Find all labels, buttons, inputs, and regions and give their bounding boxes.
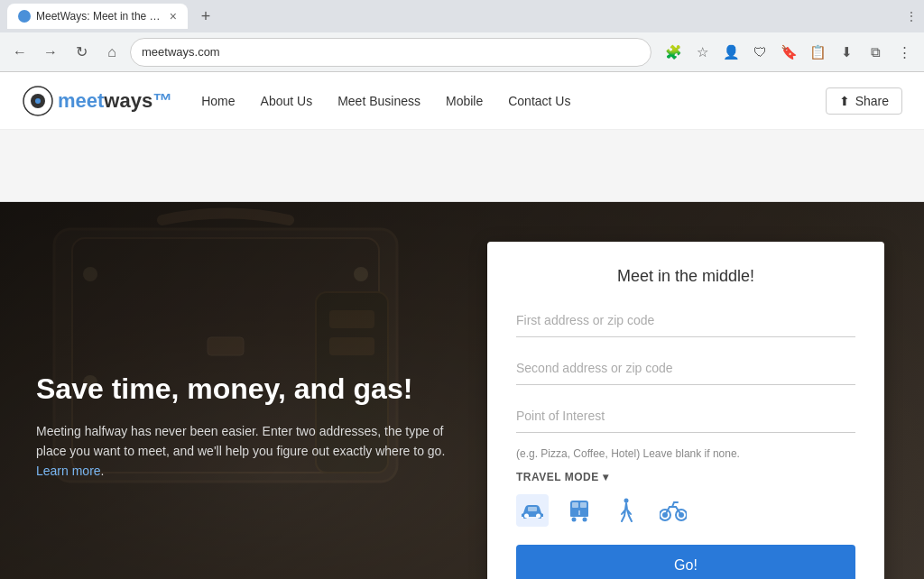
- reading-list-icon[interactable]: 📋: [805, 40, 830, 65]
- reload-button[interactable]: ↻: [69, 40, 94, 65]
- share-button[interactable]: ⬆ Share: [826, 87, 902, 115]
- browser-titlebar: MeetWays: Meet in the Midd... × + ⋮: [0, 0, 924, 32]
- browser-tab[interactable]: MeetWays: Meet in the Midd... ×: [7, 4, 188, 29]
- hero-text: Save time, money, and gas! Meeting halfw…: [36, 372, 451, 482]
- address1-input[interactable]: [516, 304, 855, 337]
- svg-point-21: [572, 518, 577, 522]
- learn-more-link[interactable]: Learn more: [36, 464, 101, 478]
- svg-rect-19: [580, 502, 587, 508]
- travel-mode-dropdown[interactable]: TRAVEL MODE ▾: [516, 471, 855, 483]
- nav-mobile[interactable]: Mobile: [446, 94, 483, 108]
- grey-banner: [0, 130, 924, 202]
- poi-input[interactable]: [516, 400, 855, 433]
- extensions-icon[interactable]: 🧩: [661, 40, 686, 65]
- tab-title: MeetWays: Meet in the Midd...: [36, 10, 161, 23]
- go-button[interactable]: Go!: [516, 545, 855, 579]
- travel-car-icon[interactable]: [516, 494, 549, 527]
- shield-icon[interactable]: 🛡: [747, 40, 772, 65]
- new-tab-button[interactable]: +: [193, 4, 218, 29]
- svg-point-28: [679, 513, 683, 517]
- logo-text: meetways™: [58, 89, 172, 113]
- hero-desc-text: Meeting halfway has never been easier. E…: [36, 424, 445, 458]
- address-text: meetways.com: [142, 45, 640, 59]
- poi-hint: (e.g. Pizza, Coffee, Hotel) Leave blank …: [516, 447, 855, 460]
- tab-favicon: [18, 10, 31, 23]
- svg-rect-23: [578, 510, 580, 515]
- svg-rect-16: [528, 507, 537, 511]
- svg-point-14: [524, 514, 529, 519]
- bookmark-icon[interactable]: 🔖: [776, 40, 801, 65]
- share-icon: ⬆: [839, 94, 850, 108]
- nav-home[interactable]: Home: [201, 94, 235, 108]
- forward-button[interactable]: →: [38, 40, 63, 65]
- svg-point-2: [35, 98, 41, 104]
- split-view-icon[interactable]: ⧉: [863, 40, 888, 65]
- share-label: Share: [855, 94, 889, 108]
- hero-title: Save time, money, and gas!: [36, 372, 451, 406]
- back-button[interactable]: ←: [7, 40, 32, 65]
- nav-about[interactable]: About Us: [261, 94, 313, 108]
- svg-point-24: [624, 499, 629, 503]
- site-logo: meetways™: [22, 85, 172, 117]
- hero-description: Meeting halfway has never been easier. E…: [36, 421, 451, 482]
- svg-point-22: [583, 518, 587, 522]
- toolbar-icons: 🧩 ☆ 👤 🛡 🔖 📋 ⬇ ⧉ ⋮: [661, 40, 917, 65]
- svg-rect-18: [572, 502, 578, 508]
- search-card: Meet in the middle! (e.g. Pizza, Coffee,…: [487, 242, 884, 579]
- nav-business[interactable]: Meet Business: [337, 94, 420, 108]
- download-icon[interactable]: ⬇: [834, 40, 859, 65]
- svg-point-15: [536, 514, 541, 519]
- browser-chrome: MeetWays: Meet in the Midd... × + ⋮ ← → …: [0, 0, 924, 72]
- browser-toolbar: ← → ↻ ⌂ meetways.com 🧩 ☆ 👤 🛡 🔖 📋 ⬇ ⧉ ⋮: [0, 32, 924, 72]
- site-nav: meetways™ Home About Us Meet Business Mo…: [0, 72, 924, 130]
- bookmark-star-icon[interactable]: ☆: [689, 40, 715, 65]
- travel-mode-icons: [516, 494, 855, 527]
- travel-walk-icon[interactable]: [610, 494, 642, 527]
- card-title: Meet in the middle!: [516, 267, 855, 286]
- hero-section: Save time, money, and gas! Meeting halfw…: [0, 202, 924, 579]
- travel-bike-icon[interactable]: [657, 494, 689, 527]
- svg-point-27: [663, 513, 667, 517]
- profile-icon[interactable]: 👤: [718, 40, 744, 65]
- nav-links: Home About Us Meet Business Mobile Conta…: [201, 94, 825, 108]
- travel-mode-chevron: ▾: [603, 471, 609, 483]
- address-bar[interactable]: meetways.com: [130, 38, 651, 67]
- browser-menu-dots[interactable]: ⋮: [892, 40, 917, 65]
- home-button[interactable]: ⌂: [99, 40, 125, 65]
- browser-menu-button[interactable]: ⋮: [906, 10, 917, 23]
- travel-mode-text: TRAVEL MODE: [516, 471, 599, 483]
- travel-bus-icon[interactable]: [563, 494, 596, 527]
- address2-input[interactable]: [516, 352, 855, 385]
- logo-icon: [22, 85, 54, 117]
- website: meetways™ Home About Us Meet Business Mo…: [0, 72, 924, 579]
- tab-close-button[interactable]: ×: [170, 10, 177, 23]
- nav-contact[interactable]: Contact Us: [508, 94, 570, 108]
- hero-content: Save time, money, and gas! Meeting halfw…: [0, 202, 924, 579]
